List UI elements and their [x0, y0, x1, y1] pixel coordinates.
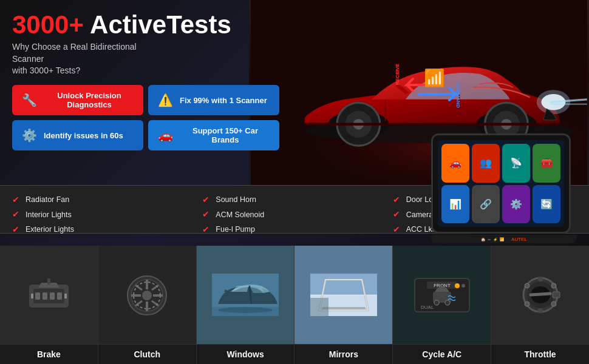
device-screen: 🚗 👥 📡 🧰 📊 🔗 ⚙️ 🔄: [438, 140, 564, 227]
cycle-ac-label: Cycle A/C: [393, 344, 491, 364]
car-icon: 🚗: [157, 128, 174, 143]
svg-rect-23: [50, 292, 55, 300]
svg-rect-15: [305, 123, 560, 126]
svg-rect-24: [57, 292, 62, 300]
identify-issues-button[interactable]: ⚙️ Identify issues in 60s: [12, 120, 143, 150]
throttle-label: Throttle: [491, 344, 589, 364]
svg-text:📶: 📶: [424, 68, 445, 88]
app-tpms[interactable]: 📡: [502, 144, 530, 183]
svg-rect-68: [553, 292, 560, 298]
app-settings[interactable]: ⚙️: [502, 185, 530, 224]
cycle-ac-card[interactable]: FRONT DUAL Cycle A/C: [393, 246, 491, 364]
check-mark-icon: ✔: [202, 223, 212, 236]
svg-point-66: [525, 302, 529, 306]
svg-text:DUAL: DUAL: [421, 305, 434, 310]
check-item-horn: ✔ Sound Horn: [202, 193, 386, 206]
svg-text:RECEIVE: RECEIVE: [395, 63, 400, 85]
mirrors-image: [294, 246, 392, 344]
windows-image: [197, 246, 294, 344]
feature-buttons-grid: 🔧 Unlock Precision Diagnostics ⚠️ Fix 99…: [12, 85, 279, 150]
main-title: 3000+ ActiveTests: [12, 12, 231, 38]
check-mark-icon: ✔: [12, 207, 22, 221]
svg-rect-62: [538, 277, 543, 281]
svg-rect-27: [47, 278, 50, 285]
svg-rect-25: [31, 294, 33, 298]
device-frame: 🚗 👥 📡 🧰 📊 🔗 ⚙️ 🔄: [431, 133, 571, 234]
alert-icon: ⚠️: [157, 93, 174, 107]
svg-point-67: [551, 302, 556, 306]
check-mark-icon: ✔: [393, 193, 403, 206]
device-area: 🚗 👥 📡 🧰 📊 🔗 ⚙️ 🔄 🏠⬅⚡📶 AUTEL: [431, 133, 577, 243]
wrench-icon: 🔧: [21, 93, 38, 107]
unlock-precision-button[interactable]: 🔧 Unlock Precision Diagnostics: [12, 85, 143, 115]
fix-99-button[interactable]: ⚠️ Fix 99% with 1 Scanner: [148, 85, 279, 115]
support-brands-button[interactable]: 🚗 Support 150+ Car Brands: [148, 120, 279, 150]
check-mark-icon: ✔: [393, 207, 403, 221]
settings-icon: ⚙️: [21, 128, 38, 143]
check-item-exterior: ✔ Exterior Lights: [12, 223, 196, 236]
clutch-image: [98, 246, 196, 344]
app-update[interactable]: 🔄: [533, 185, 560, 224]
svg-point-30: [142, 291, 152, 300]
title-highlight: 3000+: [12, 10, 84, 39]
throttle-image: [491, 246, 589, 344]
svg-point-53: [434, 300, 439, 305]
cycle-ac-image: FRONT DUAL: [393, 246, 491, 344]
svg-point-57: [461, 284, 465, 288]
brake-image: [0, 246, 98, 344]
check-mark-icon: ✔: [202, 207, 212, 221]
signal-arrows-area: 📶 RECEIVE COMMAND: [395, 55, 468, 118]
svg-point-64: [525, 283, 529, 288]
svg-rect-22: [43, 292, 47, 300]
check-mark-icon: ✔: [12, 223, 22, 236]
brake-card[interactable]: Brake: [0, 246, 98, 364]
clutch-label: Clutch: [98, 344, 196, 364]
title-rest: ActiveTests: [84, 10, 231, 39]
mirrors-card[interactable]: Mirrors: [294, 246, 393, 364]
check-mark-icon: ✔: [12, 193, 22, 206]
svg-line-61: [531, 294, 550, 295]
clutch-card[interactable]: Clutch: [98, 246, 197, 364]
check-item-fuelpump: ✔ Fue-l Pump: [202, 223, 386, 236]
check-item-radiator: ✔ Radiator Fan: [12, 193, 196, 206]
title-area: 3000+ ActiveTests Why Choose a Real Bidi…: [12, 12, 231, 77]
windows-label: Windows: [197, 344, 294, 364]
windows-card[interactable]: Windows: [197, 246, 295, 364]
svg-rect-43: [212, 307, 279, 316]
svg-text:COMMAND: COMMAND: [455, 82, 461, 108]
check-item-interior: ✔ Interior Lights: [12, 207, 196, 221]
svg-rect-48: [310, 298, 329, 316]
app-vci-manager[interactable]: 🔗: [472, 185, 500, 224]
app-toolkit[interactable]: 🧰: [533, 144, 560, 183]
svg-point-65: [551, 283, 556, 288]
svg-rect-63: [538, 308, 543, 313]
svg-rect-45: [310, 274, 377, 295]
bottom-cards: Brake Clutch: [0, 246, 589, 364]
throttle-card[interactable]: Throttle: [491, 246, 589, 364]
svg-point-56: [455, 283, 460, 288]
brake-label: Brake: [0, 344, 98, 364]
svg-rect-26: [64, 294, 67, 298]
device-brand: AUTEL: [511, 237, 527, 242]
subtitle: Why Choose a Real Bidirectional Scanner …: [12, 41, 170, 77]
svg-point-54: [445, 300, 450, 305]
check-mark-icon: ✔: [202, 193, 212, 206]
app-diagnostics[interactable]: 🚗: [441, 144, 469, 183]
mirrors-label: Mirrors: [294, 344, 392, 364]
app-service[interactable]: 👥: [472, 144, 500, 183]
check-item-acm: ✔ ACM Solenoid: [202, 207, 386, 221]
svg-rect-21: [35, 292, 40, 300]
check-mark-icon: ✔: [393, 223, 403, 236]
device-bottom-bar: 🏠⬅⚡📶 AUTEL: [431, 235, 577, 243]
app-tpms-relearn[interactable]: 📊: [441, 185, 469, 224]
